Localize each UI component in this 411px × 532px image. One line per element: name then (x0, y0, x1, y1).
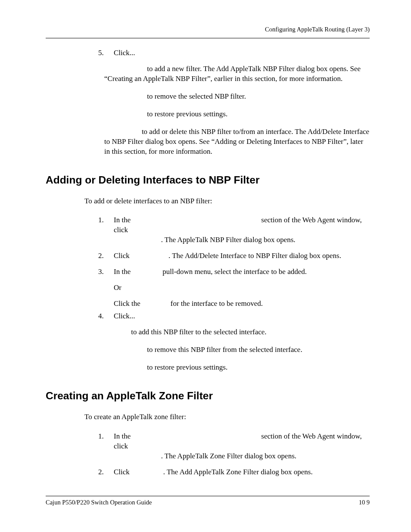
page-content: 5. Click... — XXXXXX to add a new filter… (46, 48, 370, 483)
or-text: Or (114, 283, 121, 292)
sub-text: to restore previous settings. (145, 363, 227, 371)
zstep1-a: In the (114, 432, 132, 440)
zstep2-b: . The Add AppleTalk Zone Filter dialog b… (163, 468, 313, 476)
step-2: 2. Click XXXXXXX. The Add/Delete Interfa… (98, 251, 370, 261)
sub-text: to remove this NBP filter from the selec… (145, 345, 302, 354)
heading-adding-deleting: Adding or Deleting Interfaces to NBP Fil… (46, 174, 370, 186)
sub-text: to add or delete this NBP filter to/from… (104, 128, 369, 156)
step1-b: section of the Web Agent window, click (114, 216, 362, 234)
step3-alt-a: Click the (114, 299, 142, 308)
page-footer: Cajun P550/P220 Switch Operation Guide 1… (46, 496, 370, 506)
sub-item-remove: — XXXXXX to remove the selected NBP filt… (104, 92, 370, 102)
header-rule (46, 38, 370, 38)
intro-zone: To create an AppleTalk zone filter: (84, 412, 370, 422)
footer-left: Cajun P550/P220 Switch Operation Guide (46, 499, 152, 506)
running-header: Configuring AppleTalk Routing (Layer 3) (265, 26, 370, 33)
sub-text: to add this NBP filter to the selected i… (129, 328, 267, 336)
sub-text: to remove the selected NBP filter. (145, 92, 246, 100)
sub-text: to restore previous settings. (145, 110, 227, 118)
step-3-or: Or (98, 283, 370, 293)
click-label: Click... (114, 49, 135, 57)
intro-adding: To add or delete interfaces to an NBP fi… (84, 196, 370, 206)
step1-a: In the (114, 216, 132, 224)
step3-a: In the (114, 268, 132, 276)
step-click-label: 5. Click... (98, 48, 370, 58)
step-1: 1. In the XXXXXXXXXXXXXXXXXXXXXXXX secti… (98, 215, 370, 245)
footer-rule (46, 496, 370, 496)
zstep2-a: Click (114, 468, 131, 476)
sub-item-cancel: — XXXXXX to restore previous settings. (104, 109, 370, 119)
zstep1-b: section of the Web Agent window, click (114, 432, 362, 450)
step2-a: Click (114, 252, 131, 260)
step-3: 3. In the XXXXX. pull-down menu, select … (98, 267, 370, 277)
step3-alt-b: for the interface to be removed. (169, 299, 263, 308)
sub-text: to add a new filter. The Add AppleTalk N… (104, 65, 361, 83)
heading-zone-filter: Creating an AppleTalk Zone Filter (46, 390, 370, 402)
step1-c: . The AppleTalk NBP Filter dialog box op… (161, 236, 296, 244)
sub-item-add: — XXX to add this NBP filter to the sele… (104, 327, 370, 337)
sub-item-create: — XXXXXX to add a new filter. The Add Ap… (104, 64, 370, 84)
sub-item-cancel2: — XXXXXX to restore previous settings. (104, 363, 370, 373)
step-3-alt: Click the XXXXX for the interface to be … (98, 299, 370, 309)
footer-page: 10 9 (359, 499, 370, 506)
zone-step-1: 1. In the XXXXXXXXXXXXXXXXXXXXXXXX secti… (98, 432, 370, 461)
step3-b: pull-down menu, select the interface to … (161, 268, 307, 276)
sub-item-interface: — XXXXX to add or delete this NBP filter… (104, 127, 370, 157)
zstep1-c: . The AppleTalk Zone Filter dialog box o… (161, 452, 296, 460)
click-label-4: Click... (114, 312, 135, 320)
step-4-label: 4. Click... (98, 311, 370, 321)
sub-item-remove2: — XXXXXX to remove this NBP filter from … (104, 345, 370, 355)
step2-b: . The Add/Delete Interface to NBP Filter… (168, 252, 341, 260)
zone-step-2: 2. Click XXXXXX. The Add AppleTalk Zone … (98, 467, 370, 477)
